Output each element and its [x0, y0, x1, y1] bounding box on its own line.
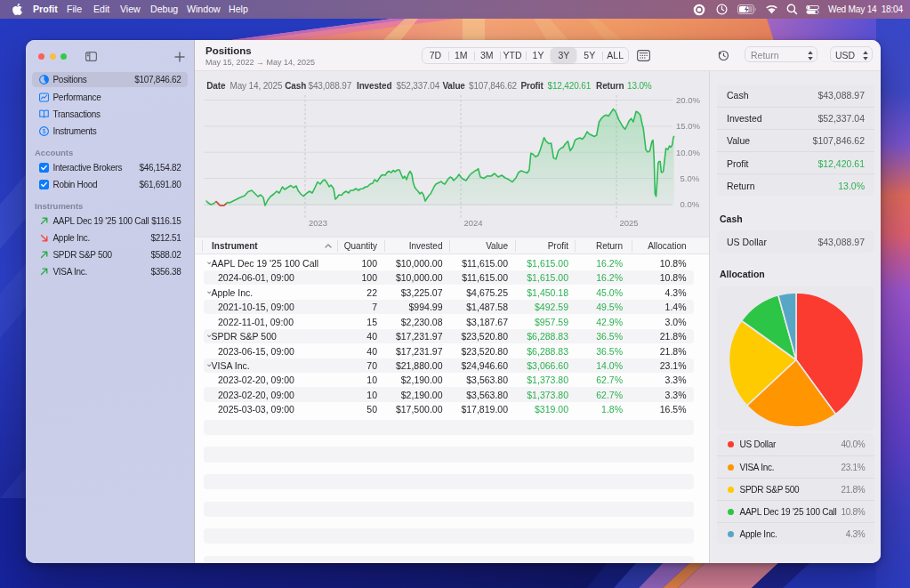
svg-text:0.0%: 0.0%	[680, 199, 700, 209]
svg-text:2023: 2023	[309, 218, 327, 228]
svg-text:2025: 2025	[620, 218, 639, 228]
svg-text:2024: 2024	[464, 218, 483, 228]
svg-text:20.0%: 20.0%	[676, 95, 700, 105]
svg-text:5.0%: 5.0%	[680, 173, 700, 183]
svg-text:10.0%: 10.0%	[676, 148, 700, 157]
svg-text:15.0%: 15.0%	[676, 121, 700, 131]
svg-text:$: $	[42, 128, 45, 134]
